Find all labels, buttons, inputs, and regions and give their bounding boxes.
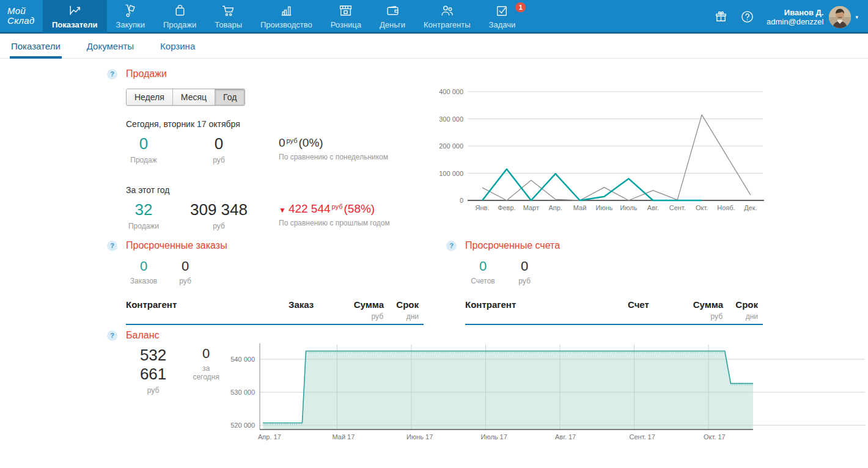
tab-label: Корзина: [160, 41, 195, 51]
sales-year-block: За этот год 32 Продажи 309 348 руб ▼422 …: [126, 185, 440, 230]
nav-item-money[interactable]: Деньги: [370, 0, 414, 34]
app-logo[interactable]: Мой Склад: [0, 0, 43, 34]
help-button[interactable]: [740, 10, 754, 24]
tab-documents[interactable]: Документы: [86, 34, 135, 58]
svg-text:Июнь 17: Июнь 17: [406, 433, 433, 441]
year-heading: За этот год: [126, 185, 440, 195]
nav-item-sales[interactable]: Продажи: [154, 0, 205, 34]
balance-amount: 532 661: [126, 346, 180, 384]
help-icon[interactable]: ?: [107, 241, 117, 251]
svg-text:Апр. 17: Апр. 17: [258, 433, 281, 441]
nav-item-tasks[interactable]: Задачи 1: [480, 0, 525, 34]
nav-item-indicators[interactable]: Показатели: [43, 0, 107, 34]
nav-item-purchases[interactable]: Закупки: [107, 0, 154, 34]
nav-item-label: Товары: [215, 20, 242, 29]
help-icon[interactable]: ?: [107, 331, 117, 341]
decline-arrow-icon: ▼: [279, 206, 286, 214]
period-year-button[interactable]: Год: [215, 89, 245, 105]
svg-text:Дек.: Дек.: [744, 204, 757, 211]
column-header-order: Заказ: [289, 299, 314, 310]
svg-text:400 000: 400 000: [439, 88, 463, 95]
today-sales-amount: 0: [167, 134, 270, 153]
svg-text:530 000: 530 000: [230, 389, 255, 396]
sales-section: ? Продажи Неделя Месяц Год Сегодня, втор…: [107, 68, 440, 230]
chevron-down-icon: ▾: [855, 14, 858, 20]
column-header-term: Срок: [396, 299, 419, 310]
today-heading: Сегодня, вторник 17 октября: [126, 119, 440, 129]
help-icon[interactable]: ?: [446, 241, 457, 251]
tab-recycle-bin[interactable]: Корзина: [159, 34, 196, 58]
svg-text:Март: Март: [523, 204, 539, 211]
year-sales-count: 32: [126, 200, 161, 219]
diff-value: 0: [279, 136, 285, 149]
user-name: Иванов Д.: [767, 8, 823, 17]
svg-text:Авг. 17: Авг. 17: [555, 433, 576, 441]
svg-text:Нояб.: Нояб.: [717, 204, 735, 211]
period-week-button[interactable]: Неделя: [127, 89, 172, 105]
overdue-orders-amount: 0: [167, 258, 203, 274]
svg-text:Июль: Июль: [620, 204, 637, 211]
diff-unit: руб: [332, 203, 343, 210]
tab-label: Показатели: [11, 41, 61, 51]
svg-text:Янв.: Янв.: [476, 204, 490, 211]
tab-indicators[interactable]: Показатели: [10, 34, 62, 58]
column-header-counterparty: Контрагент: [126, 299, 177, 310]
svg-text:520 000: 520 000: [230, 422, 255, 429]
balance-today: 0: [189, 346, 223, 362]
shopping-cart-icon: [221, 3, 236, 18]
nav-item-goods[interactable]: Товары: [205, 0, 251, 34]
svg-text:Июнь: Июнь: [596, 204, 613, 211]
overdue-orders-table: Контрагент Заказ Сумма Срок руб дни: [126, 294, 424, 325]
diff-pct: (0%): [299, 136, 323, 149]
year-sales-amount: 309 348: [167, 200, 270, 219]
people-icon: [440, 3, 455, 18]
column-header-term: Срок: [735, 299, 758, 310]
overdue-orders-count-label: Заказов: [126, 277, 161, 285]
app-logo-line1: Мой: [7, 6, 43, 16]
app-logo-line2: Склад: [7, 16, 43, 26]
nav-item-label: Показатели: [52, 20, 98, 29]
diff-caption: По сравнению с прошлым годом: [279, 219, 390, 227]
overdue-invoices-count-label: Счетов: [465, 277, 501, 285]
svg-text:540 000: 540 000: [230, 356, 255, 363]
nav-item-label: Продажи: [163, 20, 196, 29]
overdue-invoices-section: ? Просроченные счета 0 Счетов 0 руб Конт…: [446, 240, 764, 325]
svg-text:Окт.: Окт.: [696, 204, 708, 211]
storefront-icon: [338, 3, 353, 18]
svg-text:Май 17: Май 17: [333, 433, 355, 441]
svg-text:Апр.: Апр.: [548, 204, 562, 211]
balance-amount-label: руб: [126, 386, 180, 395]
main-nav: Показатели Закупки Продажи Товары Произв…: [43, 0, 524, 34]
nav-item-label: Закупки: [116, 20, 145, 29]
gift-icon: [714, 10, 728, 24]
user-menu[interactable]: Иванов Д. admin@denzzel ▾: [767, 6, 858, 28]
period-month-button[interactable]: Месяц: [172, 89, 215, 105]
hand-truck-icon: [123, 3, 138, 18]
nav-item-retail[interactable]: Розница: [322, 0, 370, 34]
svg-text:Июль 17: Июль 17: [481, 433, 507, 441]
overdue-orders-count: 0: [126, 258, 161, 274]
today-comparison: 0руб(0%) По сравнению с понедельником: [279, 134, 388, 161]
tasks-badge: 1: [515, 2, 526, 12]
line-chart-icon: [67, 3, 83, 18]
wallet-icon: [385, 3, 400, 18]
shopping-bag-icon: [172, 3, 188, 18]
overdue-invoices-count: 0: [465, 258, 501, 274]
sales-today-block: Сегодня, вторник 17 октября 0 Продаж 0 р…: [126, 119, 440, 164]
gift-button[interactable]: [714, 10, 728, 24]
nav-item-label: Задачи: [489, 20, 516, 29]
top-navigation-bar: Мой Склад Показатели Закупки Продажи Тов…: [0, 0, 868, 34]
section-title: Просроченные заказы: [126, 240, 227, 251]
column-header-counterparty: Контрагент: [465, 299, 516, 310]
year-sales-count-label: Продажи: [126, 222, 161, 230]
balance-chart: 520 000530 000540 000Апр. 17Май 17Июнь 1…: [226, 340, 868, 447]
help-icon[interactable]: ?: [107, 69, 117, 79]
user-email: admin@denzzel: [767, 17, 823, 26]
sales-chart: 0100 000200 000300 000400 000Янв.Февр.Ма…: [428, 84, 770, 216]
nav-item-production[interactable]: Производство: [251, 0, 322, 34]
nav-item-counterparties[interactable]: Контрагенты: [414, 0, 480, 34]
nav-item-label: Контрагенты: [424, 20, 471, 29]
svg-text:Сент. 17: Сент. 17: [630, 433, 655, 441]
section-title: Просроченные счета: [465, 240, 560, 251]
svg-text:200 000: 200 000: [439, 142, 463, 150]
